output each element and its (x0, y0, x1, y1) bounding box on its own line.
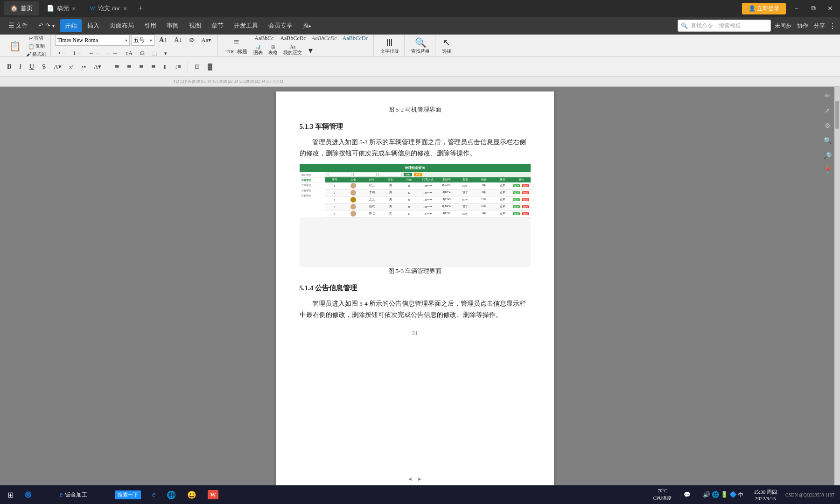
style-2[interactable]: AaBbCcDc (278, 34, 308, 43)
my-style-button[interactable]: Aa 我的正文 (281, 43, 304, 57)
text-layout-button[interactable]: Ⅲ 文字排版 (378, 36, 401, 56)
taskbar-wechat[interactable]: 💬 (679, 487, 695, 503)
menu-member[interactable]: 会员专享 (264, 19, 297, 32)
share-btn[interactable]: 分享 (814, 22, 825, 30)
ss-search-input[interactable] (328, 173, 351, 176)
column-layout-button[interactable]: ⫿ (160, 61, 170, 72)
close-tab-wps[interactable]: ✕ (72, 6, 76, 11)
shading-button[interactable]: ▓ (204, 61, 215, 72)
close-tab-doc[interactable]: ✕ (123, 6, 127, 11)
font-color-button[interactable]: A▾ (50, 61, 64, 72)
right-tool-cursor[interactable]: ↗ (822, 105, 833, 116)
del-btn-4[interactable]: 删除 (522, 205, 529, 208)
border-box-button[interactable]: ⊡ (191, 61, 203, 72)
style-3[interactable]: AaBbCcDc (309, 34, 339, 43)
font-name-selector[interactable]: Times New Roma ▾ (55, 35, 130, 46)
align-right-button[interactable]: ≡ (136, 61, 147, 73)
edit-btn-3[interactable]: 修改 (513, 198, 520, 201)
menu-chapter[interactable]: 章节 (207, 19, 228, 32)
ss-search-button[interactable]: 搜索 (404, 173, 412, 176)
add-tab-button[interactable]: + (134, 2, 147, 14)
del-btn-3[interactable]: 删除 (522, 198, 529, 201)
command-search[interactable]: 🔍 查找命令，搜索模板 (678, 20, 771, 32)
style-toc[interactable]: ≡ TOC 标题 (222, 35, 250, 56)
minimize-button[interactable]: － (791, 2, 803, 14)
font-shrink-button[interactable]: A↓ (171, 35, 185, 46)
font-grow-button[interactable]: A↑ (156, 35, 170, 46)
highlight-button[interactable]: A▾ (91, 61, 105, 72)
bold-button[interactable]: B (4, 61, 14, 72)
menu-start[interactable]: 开始 (60, 19, 82, 32)
sys-icon-3[interactable]: 🔋 (721, 491, 728, 498)
del-btn-1[interactable]: 删除 (522, 184, 529, 187)
taskbar-app-jianjin[interactable]: e 钣金加工 (38, 487, 108, 503)
edit-btn-5[interactable]: 修改 (513, 212, 520, 215)
taskbar-globe[interactable]: 🌐 (162, 487, 181, 503)
tab-wps[interactable]: 📄 稿壳 ✕ (40, 1, 82, 15)
chart-button[interactable]: 📊 图表 (251, 43, 265, 57)
select-button[interactable]: ↖ 选择 (440, 36, 454, 56)
vertical-scrollbar[interactable] (834, 87, 840, 490)
edit-btn-1[interactable]: 修改 (513, 184, 520, 187)
find-replace-button[interactable]: 🔍 查找替换 (409, 36, 432, 56)
menu-review[interactable]: 审阅 (162, 19, 183, 32)
ss-filter-input-3[interactable] (378, 173, 402, 176)
style-1[interactable]: AaBbCc (251, 34, 277, 43)
close-button[interactable]: ✕ (824, 2, 836, 14)
taskbar-search-btn[interactable]: 搜索一下 (110, 487, 146, 503)
menu-dev[interactable]: 开发工具 (229, 19, 263, 32)
format-more-button[interactable]: Aa▾ (198, 35, 215, 46)
del-btn-5[interactable]: 删除 (522, 212, 529, 215)
sys-icon-4[interactable]: 🔷 (729, 491, 737, 498)
right-tool-gear[interactable]: ⚙ (822, 120, 833, 131)
clear-format-button[interactable]: ⊘ (186, 35, 197, 46)
cut-button[interactable]: ✂ 剪切 (25, 35, 48, 42)
menu-file[interactable]: ☰ 文件 (4, 19, 33, 32)
start-button[interactable]: ⊞ (3, 487, 18, 503)
menu-reference[interactable]: 引用 (140, 19, 161, 32)
align-center-button[interactable]: ≡ (124, 61, 134, 73)
style-more-button[interactable]: ▾ (305, 43, 316, 57)
menu-layout[interactable]: 页面布局 (105, 19, 139, 32)
scrollbar-thumb[interactable] (835, 101, 839, 129)
menu-undo-icon[interactable]: ↶↷▾ (34, 20, 59, 32)
copy-button[interactable]: 📋 复制 (25, 42, 48, 50)
align-left-button[interactable]: ≡ (112, 61, 122, 73)
ss-filter-input-2[interactable] (353, 173, 377, 176)
restore-button[interactable]: ⧉ (807, 2, 819, 14)
register-button[interactable]: 👤 立即登录 (742, 3, 786, 14)
more-options-icon[interactable]: ⋮ (829, 21, 836, 30)
right-tool-zoom[interactable]: 🔎 (822, 150, 833, 161)
ss-add-button[interactable]: 新增 (414, 173, 422, 176)
paste-button[interactable]: 📋 (7, 40, 24, 53)
right-tool-pencil[interactable]: ✏ (822, 91, 833, 101)
taskbar-word[interactable]: W (203, 487, 223, 503)
menu-insert[interactable]: 插入 (83, 19, 104, 32)
strikethrough-button[interactable]: S̶ (39, 61, 49, 72)
superscript-button[interactable]: x² (66, 62, 77, 71)
menu-more[interactable]: 推 ▸ (298, 19, 316, 32)
right-tool-search[interactable]: 🔍 (822, 135, 833, 146)
justify-button[interactable]: ≡ (148, 61, 159, 73)
page-nav-right[interactable]: ► (417, 476, 422, 482)
edit-btn-4[interactable]: 修改 (513, 205, 520, 208)
del-btn-2[interactable]: 删除 (522, 191, 529, 194)
collab-btn[interactable]: 协作 (797, 22, 808, 30)
sync-btn[interactable]: 未同步 (775, 22, 791, 30)
menu-view[interactable]: 视图 (184, 19, 206, 32)
sys-icon-5[interactable]: 中 (738, 491, 743, 498)
sys-icon-2[interactable]: 🌐 (712, 491, 719, 498)
font-size-selector[interactable]: 五号 ▾ (131, 35, 154, 46)
right-tool-pin[interactable]: 📍 (822, 165, 833, 175)
edit-btn-2[interactable]: 修改 (513, 191, 520, 194)
taskbar-emoji-app[interactable]: 😀 (182, 487, 201, 503)
taskbar-ie[interactable]: e (147, 487, 160, 503)
tab-doc[interactable]: W 论文.doc ✕ (83, 1, 133, 15)
subscript-button[interactable]: x₂ (78, 62, 89, 71)
taskbar-search[interactable]: 🌀 (20, 487, 36, 503)
style-4[interactable]: AaBbCcDc (340, 34, 371, 43)
underline-button[interactable]: U (26, 61, 37, 72)
sys-icon-1[interactable]: 🔊 (703, 491, 710, 498)
italic-button[interactable]: I (16, 61, 25, 72)
page-nav-left[interactable]: ◄ (407, 476, 413, 482)
